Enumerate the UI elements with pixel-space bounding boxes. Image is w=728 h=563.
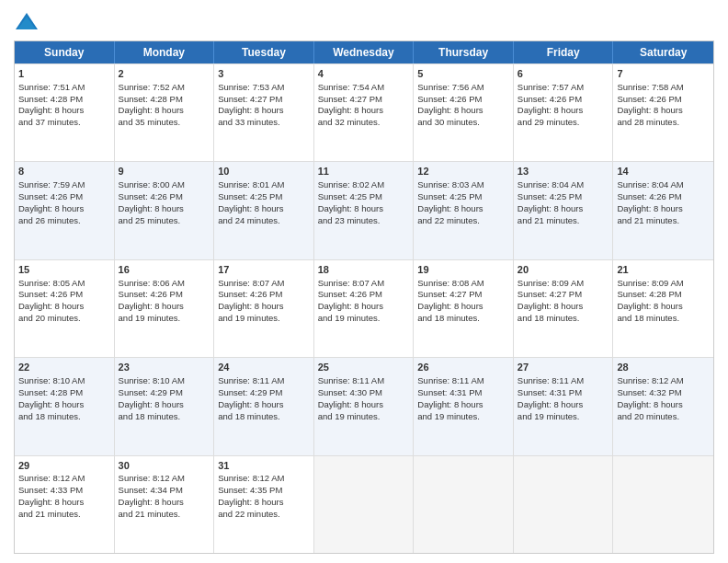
day-info-line: Sunrise: 7:51 AM — [18, 82, 110, 94]
day-number: 9 — [119, 165, 210, 178]
day-cell-19: 19Sunrise: 8:08 AMSunset: 4:27 PMDayligh… — [414, 260, 514, 357]
day-info-line: Daylight: 8 hours — [518, 203, 609, 215]
calendar-header: SundayMondayTuesdayWednesdayThursdayFrid… — [15, 41, 713, 63]
day-info-line: Sunrise: 8:06 AM — [119, 278, 210, 290]
day-cell-20: 20Sunrise: 8:09 AMSunset: 4:27 PMDayligh… — [514, 260, 614, 357]
day-info-line: Sunrise: 8:04 AM — [518, 179, 609, 191]
day-info-line: and 19 minutes. — [318, 411, 410, 423]
day-info-line: and 18 minutes. — [18, 411, 110, 423]
day-cell-6: 6Sunrise: 7:57 AMSunset: 4:26 PMDaylight… — [514, 64, 614, 161]
day-info-line: Daylight: 8 hours — [218, 105, 310, 117]
day-info-line: Sunset: 4:29 PM — [119, 387, 210, 399]
day-cell-2: 2Sunrise: 7:52 AMSunset: 4:28 PMDaylight… — [115, 64, 215, 161]
day-info-line: Daylight: 8 hours — [318, 301, 410, 313]
day-info-line: and 22 minutes. — [417, 215, 509, 227]
day-info-line: Daylight: 8 hours — [18, 203, 110, 215]
day-cell-26: 26Sunrise: 8:11 AMSunset: 4:31 PMDayligh… — [414, 358, 514, 454]
calendar-body: 1Sunrise: 7:51 AMSunset: 4:28 PMDaylight… — [15, 63, 713, 553]
day-number: 8 — [18, 165, 110, 178]
day-info-line: Daylight: 8 hours — [617, 203, 710, 215]
day-info-line: and 37 minutes. — [18, 117, 110, 129]
logo-icon — [14, 9, 40, 35]
day-number: 7 — [617, 67, 710, 81]
day-info-line: Daylight: 8 hours — [518, 105, 609, 117]
day-number: 27 — [518, 361, 609, 374]
day-info-line: Daylight: 8 hours — [18, 497, 110, 509]
day-info-line: and 24 minutes. — [218, 215, 310, 227]
day-info-line: Sunset: 4:28 PM — [119, 94, 210, 106]
day-info-line: Sunset: 4:26 PM — [318, 289, 410, 301]
day-info-line: and 18 minutes. — [119, 411, 210, 423]
day-info-line: and 19 minutes. — [119, 313, 210, 325]
day-info-line: Sunset: 4:27 PM — [318, 94, 410, 106]
header-day-thursday: Thursday — [414, 41, 514, 63]
day-cell-4: 4Sunrise: 7:54 AMSunset: 4:27 PMDaylight… — [314, 64, 415, 161]
day-info-line: Sunrise: 7:54 AM — [318, 82, 410, 94]
day-info-line: Sunset: 4:27 PM — [218, 94, 310, 106]
day-cell-31: 31Sunrise: 8:12 AMSunset: 4:35 PMDayligh… — [214, 456, 314, 553]
day-info-line: Sunset: 4:34 PM — [119, 485, 210, 497]
day-number: 6 — [518, 67, 609, 81]
header-day-monday: Monday — [115, 41, 215, 63]
day-info-line: Daylight: 8 hours — [18, 399, 110, 411]
day-info-line: Daylight: 8 hours — [218, 203, 310, 215]
day-info-line: Daylight: 8 hours — [318, 203, 410, 215]
day-info-line: Daylight: 8 hours — [617, 301, 710, 313]
day-cell-25: 25Sunrise: 8:11 AMSunset: 4:30 PMDayligh… — [314, 358, 415, 454]
day-cell-1: 1Sunrise: 7:51 AMSunset: 4:28 PMDaylight… — [15, 64, 115, 161]
day-info-line: Sunset: 4:32 PM — [617, 387, 710, 399]
day-info-line: Sunset: 4:33 PM — [18, 485, 110, 497]
day-number: 23 — [119, 361, 210, 374]
day-info-line: Daylight: 8 hours — [417, 105, 509, 117]
day-info-line: Daylight: 8 hours — [119, 301, 210, 313]
day-info-line: and 33 minutes. — [218, 117, 310, 129]
day-number: 15 — [18, 263, 110, 277]
day-number: 2 — [119, 67, 210, 81]
day-info-line: Sunset: 4:26 PM — [18, 191, 110, 203]
day-info-line: and 20 minutes. — [18, 313, 110, 325]
day-cell-30: 30Sunrise: 8:12 AMSunset: 4:34 PMDayligh… — [115, 456, 215, 553]
calendar-row: 22Sunrise: 8:10 AMSunset: 4:28 PMDayligh… — [15, 357, 713, 454]
day-info-line: and 35 minutes. — [119, 117, 210, 129]
day-number: 12 — [417, 165, 509, 178]
day-info-line: and 18 minutes. — [417, 313, 509, 325]
day-info-line: Sunrise: 7:59 AM — [18, 179, 110, 191]
day-info-line: Daylight: 8 hours — [518, 399, 609, 411]
day-number: 30 — [119, 459, 210, 473]
day-info-line: Daylight: 8 hours — [119, 399, 210, 411]
day-number: 19 — [417, 263, 509, 277]
day-number: 20 — [518, 263, 609, 277]
day-info-line: Sunrise: 7:53 AM — [218, 82, 310, 94]
day-cell-23: 23Sunrise: 8:10 AMSunset: 4:29 PMDayligh… — [115, 358, 215, 454]
day-info-line: Sunset: 4:31 PM — [417, 387, 509, 399]
header — [14, 9, 714, 35]
day-info-line: Sunset: 4:25 PM — [218, 191, 310, 203]
day-cell-21: 21Sunrise: 8:09 AMSunset: 4:28 PMDayligh… — [613, 260, 713, 357]
logo — [14, 9, 43, 35]
day-info-line: Sunset: 4:26 PM — [617, 191, 710, 203]
day-info-line: Sunset: 4:27 PM — [417, 289, 509, 301]
day-info-line: Sunrise: 8:00 AM — [119, 179, 210, 191]
day-number: 11 — [318, 165, 410, 178]
day-info-line: Sunset: 4:35 PM — [218, 485, 310, 497]
day-info-line: Sunset: 4:26 PM — [119, 191, 210, 203]
day-info-line: Daylight: 8 hours — [318, 399, 410, 411]
day-info-line: Sunset: 4:30 PM — [318, 387, 410, 399]
day-info-line: Sunrise: 8:11 AM — [417, 375, 509, 387]
day-info-line: Daylight: 8 hours — [218, 399, 310, 411]
day-info-line: Sunrise: 8:01 AM — [218, 179, 310, 191]
empty-cell — [314, 456, 415, 553]
calendar: SundayMondayTuesdayWednesdayThursdayFrid… — [14, 40, 714, 554]
day-info-line: Sunrise: 8:08 AM — [417, 278, 509, 290]
day-info-line: Sunrise: 8:12 AM — [119, 473, 210, 485]
day-info-line: Sunset: 4:26 PM — [119, 289, 210, 301]
header-day-saturday: Saturday — [613, 41, 713, 63]
day-number: 3 — [218, 67, 310, 81]
day-info-line: and 28 minutes. — [617, 117, 710, 129]
day-cell-5: 5Sunrise: 7:56 AMSunset: 4:26 PMDaylight… — [414, 64, 514, 161]
day-cell-27: 27Sunrise: 8:11 AMSunset: 4:31 PMDayligh… — [514, 358, 614, 454]
day-number: 31 — [218, 459, 310, 473]
day-number: 13 — [518, 165, 609, 178]
day-info-line: and 21 minutes. — [119, 509, 210, 521]
day-cell-28: 28Sunrise: 8:12 AMSunset: 4:32 PMDayligh… — [613, 358, 713, 454]
